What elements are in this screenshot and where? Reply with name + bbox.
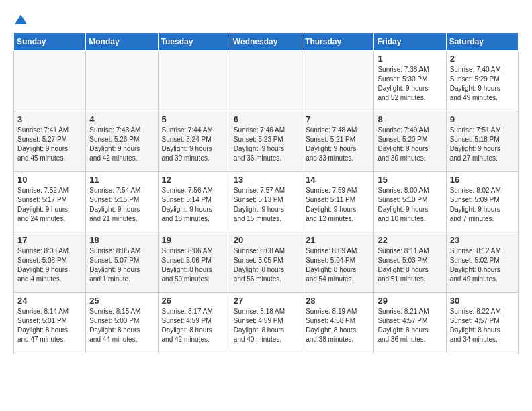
calendar-cell [230, 51, 302, 111]
cell-info: Sunrise: 7:43 AMSunset: 5:26 PMDaylight:… [89, 126, 154, 163]
day-number: 9 [450, 114, 515, 124]
day-number: 28 [306, 295, 370, 306]
calendar-cell: 8Sunrise: 7:49 AMSunset: 5:20 PMDaylight… [374, 111, 446, 172]
calendar-cell: 30Sunrise: 8:22 AMSunset: 4:57 PMDayligh… [446, 293, 518, 353]
logo [13, 13, 27, 26]
cell-info: Sunrise: 7:41 AMSunset: 5:27 PMDaylight:… [17, 126, 82, 163]
calendar-cell: 3Sunrise: 7:41 AMSunset: 5:27 PMDaylight… [14, 111, 86, 172]
cell-info: Sunrise: 7:54 AMSunset: 5:15 PMDaylight:… [89, 186, 154, 224]
calendar-cell: 28Sunrise: 8:19 AMSunset: 4:58 PMDayligh… [302, 293, 374, 353]
calendar-cell [158, 51, 230, 111]
cell-info: Sunrise: 7:44 AMSunset: 5:24 PMDaylight:… [162, 126, 226, 163]
cell-info: Sunrise: 7:59 AMSunset: 5:11 PMDaylight:… [306, 186, 370, 224]
day-number: 15 [378, 175, 442, 185]
calendar-week-2: 3Sunrise: 7:41 AMSunset: 5:27 PMDaylight… [14, 111, 519, 172]
day-number: 14 [306, 175, 370, 185]
calendar-cell: 14Sunrise: 7:59 AMSunset: 5:11 PMDayligh… [302, 172, 374, 232]
cell-info: Sunrise: 8:00 AMSunset: 5:10 PMDaylight:… [378, 186, 442, 224]
cell-info: Sunrise: 7:46 AMSunset: 5:23 PMDaylight:… [234, 126, 298, 163]
calendar-cell: 21Sunrise: 8:09 AMSunset: 5:04 PMDayligh… [302, 232, 374, 293]
calendar-cell [14, 51, 86, 111]
calendar-cell: 29Sunrise: 8:21 AMSunset: 4:57 PMDayligh… [374, 293, 446, 353]
day-number: 23 [450, 235, 515, 245]
cell-info: Sunrise: 8:19 AMSunset: 4:58 PMDaylight:… [306, 307, 370, 345]
calendar-cell: 2Sunrise: 7:40 AMSunset: 5:29 PMDaylight… [446, 51, 518, 111]
cell-info: Sunrise: 8:05 AMSunset: 5:07 PMDaylight:… [89, 246, 154, 284]
calendar-cell: 16Sunrise: 8:02 AMSunset: 5:09 PMDayligh… [446, 172, 518, 232]
col-header-saturday: Saturday [446, 33, 518, 51]
day-number: 30 [450, 295, 515, 306]
cell-info: Sunrise: 8:12 AMSunset: 5:02 PMDaylight:… [450, 246, 515, 284]
cell-info: Sunrise: 7:51 AMSunset: 5:18 PMDaylight:… [450, 126, 515, 163]
day-number: 7 [306, 114, 370, 124]
cell-info: Sunrise: 8:11 AMSunset: 5:03 PMDaylight:… [378, 246, 442, 284]
calendar-week-5: 24Sunrise: 8:14 AMSunset: 5:01 PMDayligh… [14, 293, 519, 353]
calendar-cell: 19Sunrise: 8:06 AMSunset: 5:06 PMDayligh… [158, 232, 230, 293]
col-header-thursday: Thursday [302, 33, 374, 51]
calendar-cell: 5Sunrise: 7:44 AMSunset: 5:24 PMDaylight… [158, 111, 230, 172]
calendar-cell: 22Sunrise: 8:11 AMSunset: 5:03 PMDayligh… [374, 232, 446, 293]
calendar-cell: 13Sunrise: 7:57 AMSunset: 5:13 PMDayligh… [230, 172, 302, 232]
col-header-tuesday: Tuesday [158, 33, 230, 51]
day-number: 17 [17, 235, 82, 245]
cell-info: Sunrise: 7:56 AMSunset: 5:14 PMDaylight:… [162, 186, 226, 224]
calendar-cell: 12Sunrise: 7:56 AMSunset: 5:14 PMDayligh… [158, 172, 230, 232]
calendar-week-1: 1Sunrise: 7:38 AMSunset: 5:30 PMDaylight… [14, 51, 519, 111]
col-header-wednesday: Wednesday [230, 33, 302, 51]
col-header-monday: Monday [86, 33, 158, 51]
calendar-week-4: 17Sunrise: 8:03 AMSunset: 5:08 PMDayligh… [14, 232, 519, 293]
day-number: 8 [378, 114, 442, 124]
calendar-cell: 1Sunrise: 7:38 AMSunset: 5:30 PMDaylight… [374, 51, 446, 111]
day-number: 29 [378, 295, 442, 306]
calendar-cell: 10Sunrise: 7:52 AMSunset: 5:17 PMDayligh… [14, 172, 86, 232]
calendar-header: SundayMondayTuesdayWednesdayThursdayFrid… [14, 33, 519, 51]
day-number: 1 [378, 54, 442, 64]
calendar-cell: 9Sunrise: 7:51 AMSunset: 5:18 PMDaylight… [446, 111, 518, 172]
calendar-cell: 27Sunrise: 8:18 AMSunset: 4:59 PMDayligh… [230, 293, 302, 353]
day-number: 21 [306, 235, 370, 245]
cell-info: Sunrise: 8:14 AMSunset: 5:01 PMDaylight:… [17, 307, 82, 345]
calendar-cell: 17Sunrise: 8:03 AMSunset: 5:08 PMDayligh… [14, 232, 86, 293]
calendar-cell: 26Sunrise: 8:17 AMSunset: 4:59 PMDayligh… [158, 293, 230, 353]
day-number: 10 [17, 175, 82, 185]
calendar-cell: 7Sunrise: 7:48 AMSunset: 5:21 PMDaylight… [302, 111, 374, 172]
calendar-cell: 18Sunrise: 8:05 AMSunset: 5:07 PMDayligh… [86, 232, 158, 293]
calendar-cell: 11Sunrise: 7:54 AMSunset: 5:15 PMDayligh… [86, 172, 158, 232]
calendar-cell: 25Sunrise: 8:15 AMSunset: 5:00 PMDayligh… [86, 293, 158, 353]
cell-info: Sunrise: 7:49 AMSunset: 5:20 PMDaylight:… [378, 126, 442, 163]
day-number: 11 [89, 175, 154, 185]
day-number: 24 [17, 295, 82, 306]
day-number: 6 [234, 114, 298, 124]
cell-info: Sunrise: 7:48 AMSunset: 5:21 PMDaylight:… [306, 126, 370, 163]
day-number: 22 [378, 235, 442, 245]
cell-info: Sunrise: 7:57 AMSunset: 5:13 PMDaylight:… [234, 186, 298, 224]
calendar-table: SundayMondayTuesdayWednesdayThursdayFrid… [13, 32, 519, 353]
day-number: 20 [234, 235, 298, 245]
day-number: 4 [89, 114, 154, 124]
calendar-cell: 24Sunrise: 8:14 AMSunset: 5:01 PMDayligh… [14, 293, 86, 353]
day-number: 26 [162, 295, 226, 306]
calendar-cell: 4Sunrise: 7:43 AMSunset: 5:26 PMDaylight… [86, 111, 158, 172]
cell-info: Sunrise: 8:03 AMSunset: 5:08 PMDaylight:… [17, 246, 82, 284]
day-number: 27 [234, 295, 298, 306]
calendar-cell: 23Sunrise: 8:12 AMSunset: 5:02 PMDayligh… [446, 232, 518, 293]
col-header-friday: Friday [374, 33, 446, 51]
logo-icon [15, 13, 27, 26]
day-number: 16 [450, 175, 515, 185]
cell-info: Sunrise: 8:18 AMSunset: 4:59 PMDaylight:… [234, 307, 298, 345]
calendar-cell [302, 51, 374, 111]
day-number: 19 [162, 235, 226, 245]
day-number: 5 [162, 114, 226, 124]
cell-info: Sunrise: 8:17 AMSunset: 4:59 PMDaylight:… [162, 307, 226, 345]
calendar-week-3: 10Sunrise: 7:52 AMSunset: 5:17 PMDayligh… [14, 172, 519, 232]
cell-info: Sunrise: 8:02 AMSunset: 5:09 PMDaylight:… [450, 186, 515, 224]
cell-info: Sunrise: 8:09 AMSunset: 5:04 PMDaylight:… [306, 246, 370, 284]
day-number: 12 [162, 175, 226, 185]
cell-info: Sunrise: 8:22 AMSunset: 4:57 PMDaylight:… [450, 307, 515, 345]
day-number: 25 [89, 295, 154, 306]
cell-info: Sunrise: 7:52 AMSunset: 5:17 PMDaylight:… [17, 186, 82, 224]
day-number: 3 [17, 114, 82, 124]
col-header-sunday: Sunday [14, 33, 86, 51]
cell-info: Sunrise: 8:08 AMSunset: 5:05 PMDaylight:… [234, 246, 298, 284]
calendar-cell [86, 51, 158, 111]
